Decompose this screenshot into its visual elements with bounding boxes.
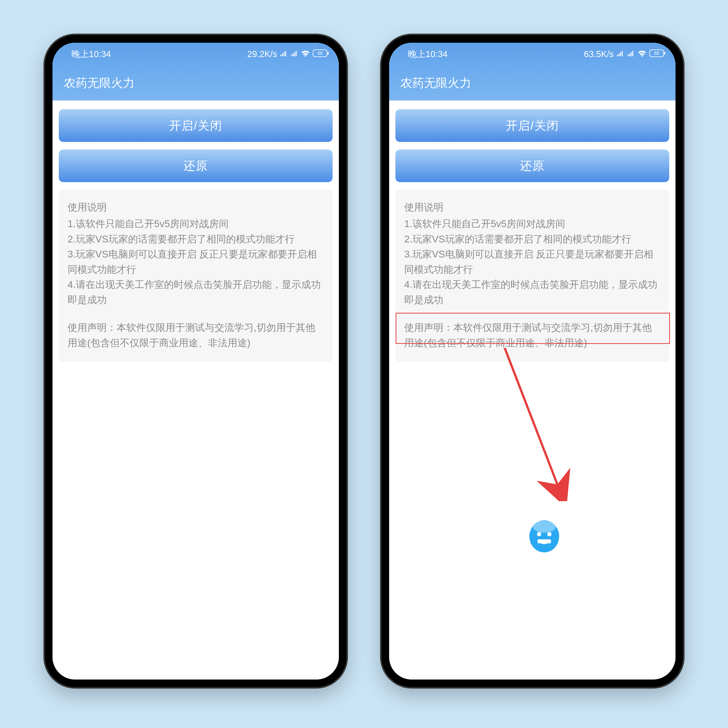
disclaimer-text: 使用声明：本软件仅限用于测试与交流学习,切勿用于其他用途(包含但不仅限于商业用途… bbox=[404, 320, 661, 350]
svg-point-6 bbox=[533, 520, 556, 532]
status-netspeed: 63.5K/s bbox=[584, 49, 614, 59]
instructions-heading: 使用说明 bbox=[404, 200, 661, 215]
svg-point-7 bbox=[537, 532, 541, 536]
toggle-button[interactable]: 开启/关闭 bbox=[395, 109, 669, 142]
status-bar: 晚上10:34 63.5K/s 68 bbox=[389, 43, 676, 65]
disclaimer-text: 使用声明：本软件仅限用于测试与交流学习,切勿用于其他用途(包含但不仅限于商业用途… bbox=[67, 320, 324, 350]
floating-smiley-button[interactable] bbox=[526, 517, 563, 554]
instruction-line-2: 2.玩家VS玩家的话需要都开启了相同的模式功能才行 bbox=[404, 232, 661, 247]
instruction-line-3: 3.玩家VS电脑则可以直接开启 反正只要是玩家都要开启相同模式功能才行 bbox=[67, 247, 324, 277]
app-title: 农药无限火力 bbox=[64, 75, 135, 91]
restore-button[interactable]: 还原 bbox=[395, 150, 669, 182]
status-bar: 晚上10:34 29.2K/s 69 bbox=[52, 43, 339, 65]
instruction-line-1: 1.该软件只能自己开5v5房间对战房间 bbox=[404, 216, 661, 231]
screen: 晚上10:34 63.5K/s 68 bbox=[389, 43, 676, 679]
instructions-card: 使用说明 1.该软件只能自己开5v5房间对战房间 2.玩家VS玩家的话需要都开启… bbox=[59, 190, 333, 362]
instruction-line-1: 1.该软件只能自己开5v5房间对战房间 bbox=[67, 216, 324, 231]
toggle-button[interactable]: 开启/关闭 bbox=[59, 109, 333, 142]
status-time: 晚上10:34 bbox=[408, 48, 448, 60]
wifi-icon bbox=[301, 49, 310, 59]
battery-level: 69 bbox=[318, 51, 323, 56]
status-time: 晚上10:34 bbox=[71, 48, 111, 60]
phone-mockup-left: 晚上10:34 29.2K/s 69 bbox=[45, 35, 346, 687]
instruction-line-4: 4.请在出现天美工作室的时候点击笑脸开启功能，显示成功即是成功 bbox=[404, 277, 661, 307]
content-area: 开启/关闭 还原 使用说明 1.该软件只能自己开5v5房间对战房间 2.玩家VS… bbox=[52, 101, 339, 679]
status-right: 29.2K/s 69 bbox=[247, 49, 329, 59]
app-title-bar: 农药无限火力 bbox=[52, 65, 339, 101]
sim-signal-icon bbox=[627, 49, 635, 59]
phone-mockup-right: 晚上10:34 63.5K/s 68 bbox=[382, 35, 683, 687]
wifi-icon bbox=[638, 49, 646, 59]
app-title-bar: 农药无限火力 bbox=[389, 65, 676, 101]
instruction-line-4: 4.请在出现天美工作室的时候点击笑脸开启功能，显示成功即是成功 bbox=[67, 277, 324, 307]
screen: 晚上10:34 29.2K/s 69 bbox=[52, 43, 339, 679]
status-right: 63.5K/s 68 bbox=[584, 49, 665, 59]
signal-icon bbox=[617, 49, 624, 59]
battery-icon: 69 bbox=[313, 49, 329, 59]
instructions-card: 使用说明 1.该软件只能自己开5v5房间对战房间 2.玩家VS玩家的话需要都开启… bbox=[395, 190, 669, 362]
restore-button[interactable]: 还原 bbox=[59, 150, 333, 182]
svg-rect-1 bbox=[327, 52, 329, 55]
app-title: 农药无限火力 bbox=[401, 75, 471, 91]
status-netspeed: 29.2K/s bbox=[247, 49, 277, 59]
svg-rect-9 bbox=[538, 539, 551, 543]
battery-icon: 68 bbox=[649, 49, 665, 59]
signal-icon bbox=[280, 49, 288, 59]
sim-signal-icon bbox=[291, 49, 298, 59]
battery-level: 68 bbox=[654, 51, 659, 56]
content-area: 开启/关闭 还原 使用说明 1.该软件只能自己开5v5房间对战房间 2.玩家VS… bbox=[389, 101, 676, 679]
instruction-line-2: 2.玩家VS玩家的话需要都开启了相同的模式功能才行 bbox=[67, 232, 324, 247]
svg-rect-3 bbox=[664, 52, 665, 55]
instruction-line-3: 3.玩家VS电脑则可以直接开启 反正只要是玩家都要开启相同模式功能才行 bbox=[404, 247, 661, 277]
svg-point-8 bbox=[548, 532, 552, 536]
instructions-heading: 使用说明 bbox=[67, 200, 324, 215]
